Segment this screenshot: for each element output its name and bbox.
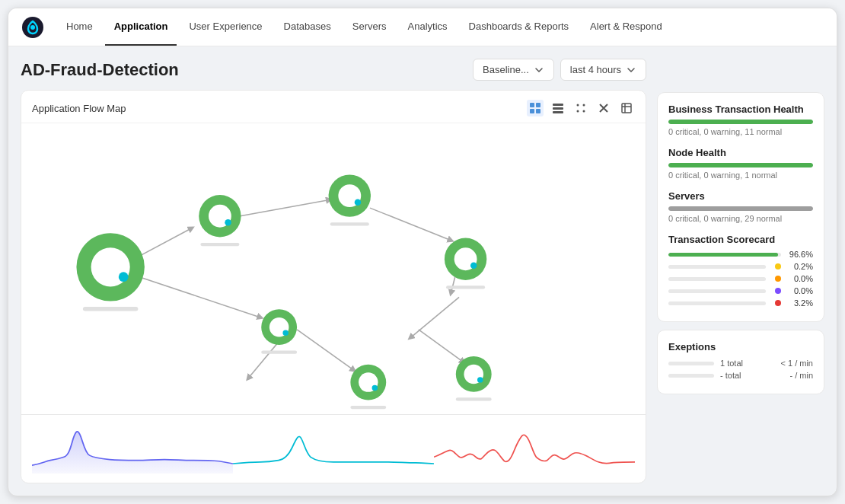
nav-databases[interactable]: Databases <box>275 8 340 46</box>
nav-alert[interactable]: Alert & Respond <box>581 8 671 46</box>
right-panel: Business Transaction Health 0 critical, … <box>657 92 824 483</box>
nav-home[interactable]: Home <box>57 8 102 46</box>
business-health-label: 0 critical, 0 warning, 11 normal <box>668 127 813 136</box>
svg-rect-4 <box>530 109 534 113</box>
nav-user-experience[interactable]: User Experience <box>180 8 271 46</box>
scorecard-row-2: 0.0% <box>668 274 813 283</box>
exception-row-1: - total - / min <box>668 371 813 380</box>
svg-rect-3 <box>536 103 540 107</box>
flow-map-card: Application Flow Map <box>21 90 646 483</box>
svg-line-18 <box>126 273 260 317</box>
business-health-section: Business Transaction Health 0 critical, … <box>668 104 813 136</box>
svg-rect-34 <box>330 222 369 225</box>
nav-analytics[interactable]: Analytics <box>399 8 457 46</box>
servers-track <box>668 206 813 211</box>
svg-point-49 <box>477 377 483 382</box>
purple-dot <box>775 288 781 294</box>
svg-rect-6 <box>553 104 563 106</box>
scatter-icon[interactable] <box>572 100 589 116</box>
servers-title: Servers <box>668 190 813 202</box>
baseline-dropdown[interactable]: Baseline... <box>473 59 554 81</box>
servers-fill <box>668 206 813 211</box>
scorecard-row-1: 0.2% <box>668 262 813 271</box>
yellow-dot <box>775 263 781 270</box>
business-health-title: Business Transaction Health <box>668 104 813 115</box>
svg-rect-26 <box>83 307 138 311</box>
nav-links: Home Application User Experience Databas… <box>57 8 671 46</box>
exceptions-title: Exeptions <box>668 341 813 352</box>
orange-dot <box>775 276 781 282</box>
svg-rect-5 <box>536 109 540 113</box>
page-title: AD-Fraud-Detection <box>21 60 179 80</box>
svg-point-25 <box>119 272 129 282</box>
header-controls: Baseline... last 4 hours <box>473 59 646 81</box>
svg-point-10 <box>583 104 585 107</box>
svg-point-1 <box>30 25 35 30</box>
node-health-title: Node Health <box>668 147 813 158</box>
page-header: AD-Fraud-Detection Baseline... last 4 ho… <box>21 59 646 81</box>
close-icon[interactable] <box>595 100 612 116</box>
flow-map-svg <box>21 123 646 414</box>
exception-row-0: 1 total < 1 / min <box>668 359 813 368</box>
expand-icon[interactable] <box>618 100 635 116</box>
svg-point-33 <box>355 199 362 206</box>
scorecard-row-3: 0.0% <box>668 286 813 295</box>
navbar: Home Application User Experience Databas… <box>8 8 837 46</box>
flow-map-area <box>21 123 646 414</box>
scorecard-title: Transaction Scorecard <box>668 234 813 245</box>
chart-red <box>434 421 635 477</box>
node-health-label: 0 critical, 0 warning, 1 normal <box>668 171 813 180</box>
bottom-charts <box>21 414 646 483</box>
svg-point-11 <box>577 110 579 113</box>
svg-point-45 <box>372 385 378 391</box>
metrics-card: Business Transaction Health 0 critical, … <box>657 92 824 322</box>
list-view-icon[interactable] <box>550 100 566 116</box>
app-logo <box>21 15 45 40</box>
svg-rect-50 <box>456 397 492 400</box>
nav-application[interactable]: Application <box>105 8 177 46</box>
node-health-section: Node Health 0 critical, 0 warning, 1 nor… <box>668 147 813 180</box>
node-health-track <box>668 163 813 167</box>
app-container: Home Application User Experience Databas… <box>8 8 837 496</box>
flow-map-title: Application Flow Map <box>32 103 126 114</box>
left-panel: AD-Fraud-Detection Baseline... last 4 ho… <box>21 59 646 483</box>
nav-dashboards[interactable]: Dashboards & Reports <box>460 8 579 46</box>
svg-rect-2 <box>530 103 534 107</box>
svg-rect-13 <box>622 104 631 113</box>
svg-point-9 <box>577 104 579 107</box>
flow-map-tools <box>527 100 635 116</box>
svg-line-19 <box>297 330 354 370</box>
main-content: AD-Fraud-Detection Baseline... last 4 ho… <box>8 46 837 496</box>
red-dot <box>775 300 781 306</box>
time-dropdown[interactable]: last 4 hours <box>560 59 646 81</box>
scorecard-row-4: 3.2% <box>668 298 813 308</box>
chart-blue <box>32 421 233 477</box>
svg-point-12 <box>583 110 585 113</box>
node-health-fill <box>668 163 813 167</box>
nav-servers[interactable]: Servers <box>343 8 396 46</box>
grid-view-icon[interactable] <box>527 100 544 116</box>
svg-rect-38 <box>446 285 485 289</box>
svg-rect-8 <box>553 111 563 113</box>
chevron-down-icon <box>534 65 544 75</box>
servers-label: 0 critical, 0 warning, 29 normal <box>668 214 813 223</box>
svg-line-20 <box>419 330 464 362</box>
svg-rect-46 <box>350 406 386 409</box>
flow-map-header: Application Flow Map <box>21 91 646 123</box>
svg-rect-7 <box>553 107 563 110</box>
svg-rect-30 <box>200 243 239 246</box>
svg-point-29 <box>225 219 231 226</box>
chart-cyan <box>233 421 434 477</box>
svg-point-41 <box>282 330 288 335</box>
chevron-down-icon-2 <box>626 65 636 75</box>
svg-rect-42 <box>261 351 297 354</box>
svg-line-15 <box>241 199 330 215</box>
business-health-track <box>668 120 813 124</box>
scorecard-row-0: 96.6% <box>668 250 813 259</box>
servers-section: Servers 0 critical, 0 warning, 29 normal <box>668 190 813 223</box>
business-health-fill <box>668 120 813 124</box>
scorecard-section: Transaction Scorecard 96.6% 0.2% <box>668 234 813 308</box>
svg-line-16 <box>370 208 451 241</box>
svg-line-21 <box>410 297 459 337</box>
svg-point-37 <box>470 262 477 269</box>
